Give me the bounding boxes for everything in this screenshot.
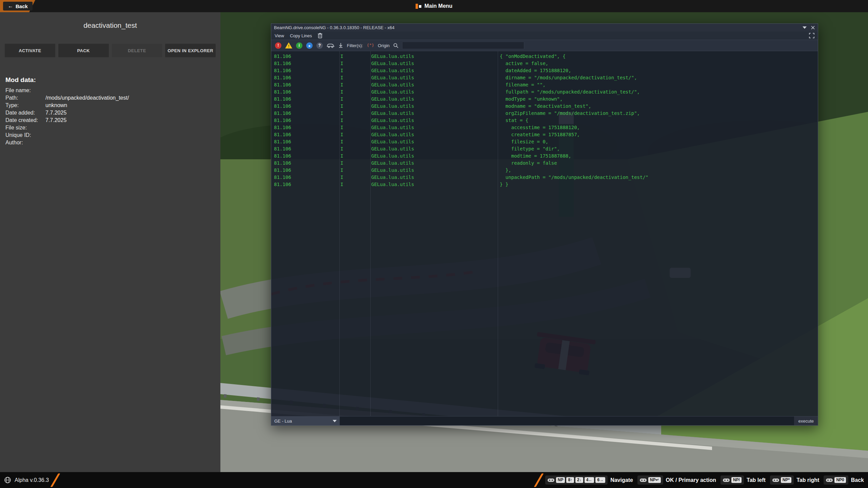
log-time: 81.106 bbox=[274, 139, 339, 144]
log-row: 81.106 I GELua.lua.utils { "onModDeactiv… bbox=[271, 53, 818, 60]
console-context-select[interactable]: GE - Lua bbox=[271, 416, 340, 425]
top-bar: ← Back Main Menu bbox=[0, 0, 868, 12]
hint: NP8↑2↓4←6→ Navigate bbox=[545, 475, 633, 485]
log-time: 81.106 bbox=[274, 118, 339, 123]
log-level: I bbox=[339, 61, 370, 66]
chevron-down-icon[interactable] bbox=[803, 26, 807, 29]
warning-filter-icon[interactable]: ! bbox=[285, 42, 292, 48]
log-row: 81.106 I GELua.lua.utils } } bbox=[271, 181, 818, 188]
log-level: I bbox=[339, 54, 370, 59]
log-level: I bbox=[339, 182, 370, 187]
hint-keys: NP8↑2↓4←6→ bbox=[545, 475, 608, 485]
log-time: 81.106 bbox=[274, 75, 339, 80]
log-message: active = false, bbox=[498, 61, 818, 66]
log-message: dirname = "/mods/unpacked/deactivation_t… bbox=[498, 75, 818, 80]
gamepad-icon bbox=[548, 478, 554, 482]
log-row: 81.106 I GELua.lua.utils modType = "unkn… bbox=[271, 95, 818, 102]
keycap: 2↓ bbox=[575, 477, 583, 483]
log-level: I bbox=[339, 103, 370, 109]
keycap: NP* bbox=[781, 477, 791, 483]
mod-action-activate[interactable]: ACTIVATE bbox=[5, 44, 55, 57]
log-origin: GELua.lua.utils bbox=[370, 82, 498, 87]
gamepad-icon bbox=[723, 478, 730, 482]
execute-button[interactable]: execute bbox=[794, 416, 818, 425]
help-filter-icon[interactable]: ? bbox=[316, 42, 323, 49]
arrow-down-to-line-icon[interactable] bbox=[338, 43, 343, 48]
mod-field-value bbox=[45, 87, 215, 94]
fullscreen-icon[interactable] bbox=[809, 33, 814, 38]
filter-mode-icon[interactable]: (") bbox=[367, 43, 374, 48]
log-origin: GELua.lua.utils bbox=[370, 132, 498, 137]
log-origin: GELua.lua.utils bbox=[370, 68, 498, 73]
mod-action-pack[interactable]: PACK bbox=[58, 44, 109, 57]
filter-input[interactable] bbox=[402, 42, 524, 49]
log-message: modname = "deactivation_test", bbox=[498, 103, 818, 109]
info-filter-icon[interactable]: i bbox=[296, 42, 302, 49]
log-time: 81.106 bbox=[274, 110, 339, 116]
log-row: 81.106 I GELua.lua.utils dateAdded = 175… bbox=[271, 67, 818, 74]
mod-field-label: Type: bbox=[5, 102, 45, 109]
mod-action-open-in-explorer[interactable]: OPEN IN EXPLORER bbox=[165, 44, 216, 57]
car-icon[interactable] bbox=[327, 43, 335, 48]
mod-field-row: Date created:7.7.2025 bbox=[5, 117, 215, 124]
status-bar: Alpha v.0.36.3 NP8↑2↓4←6→ Navigate NP↵ O… bbox=[0, 472, 868, 488]
log-level: I bbox=[339, 110, 370, 116]
gamepad-icon bbox=[772, 478, 779, 482]
beamng-logo-icon bbox=[416, 3, 421, 9]
trash-icon[interactable] bbox=[318, 33, 322, 38]
error-filter-icon[interactable]: ! bbox=[275, 42, 281, 49]
log-row: 81.106 I GELua.lua.utils fullpath = "/mo… bbox=[271, 88, 818, 95]
hint-label: Navigate bbox=[610, 477, 633, 483]
log-level: I bbox=[339, 146, 370, 151]
log-message: modtime = 1751887888, bbox=[498, 153, 818, 159]
mod-data-list: File name:Path:/mods/unpacked/deactivati… bbox=[5, 87, 215, 146]
debug-filter-icon[interactable]: * bbox=[306, 42, 313, 49]
search-icon[interactable] bbox=[393, 43, 398, 48]
log-message: readonly = false bbox=[498, 160, 818, 166]
menu-copy-lines[interactable]: Copy Lines bbox=[290, 33, 312, 38]
mod-field-value bbox=[45, 124, 215, 131]
log-time: 81.106 bbox=[274, 96, 339, 102]
mod-field-value bbox=[45, 131, 215, 139]
log-message: dateAdded = 1751888120, bbox=[498, 68, 818, 73]
log-message: }, bbox=[498, 167, 818, 173]
log-time: 81.106 bbox=[274, 61, 339, 66]
gamepad-icon bbox=[826, 478, 833, 482]
mod-panel: deactivation_test ACTIVATEPACKDELETEOPEN… bbox=[0, 12, 220, 472]
log-row: 81.106 I GELua.lua.utils filetype = "dir… bbox=[271, 145, 818, 152]
mod-field-label: File size: bbox=[5, 124, 45, 131]
log-message: filetype = "dir", bbox=[498, 146, 818, 151]
log-time: 81.106 bbox=[274, 82, 339, 87]
log-message: orgZipFilename = "/mods/deactivation_tes… bbox=[498, 110, 818, 116]
mod-field-row: Author: bbox=[5, 139, 215, 146]
log-level: I bbox=[339, 160, 370, 166]
console-title-bar[interactable]: BeamNG.drive.consoleNG - 0.36.3.0.18350 … bbox=[271, 24, 818, 32]
log-message: accesstime = 1751888120, bbox=[498, 125, 818, 130]
log-message: stat = { bbox=[498, 118, 818, 123]
log-origin: GELua.lua.utils bbox=[370, 110, 498, 116]
mod-field-value: unknown bbox=[45, 102, 215, 109]
log-viewport[interactable]: 81.106 I GELua.lua.utils { "onModDeactiv… bbox=[271, 51, 818, 416]
log-message: createtime = 1751887857, bbox=[498, 132, 818, 137]
log-row: 81.106 I GELua.lua.utils filesize = 0, bbox=[271, 138, 818, 145]
mod-field-value: 7.7.2025 bbox=[45, 117, 215, 124]
back-button[interactable]: ← Back bbox=[3, 2, 33, 11]
close-icon[interactable] bbox=[811, 25, 815, 30]
language-globe-icon[interactable] bbox=[4, 476, 11, 484]
mod-field-row: Date added:7.7.2025 bbox=[5, 109, 215, 117]
console-menu-bar: View Copy Lines bbox=[271, 32, 818, 40]
log-time: 81.106 bbox=[274, 146, 339, 151]
command-input[interactable] bbox=[340, 416, 794, 425]
keycap: NP↵ bbox=[648, 477, 661, 483]
mod-action-delete[interactable]: DELETE bbox=[112, 44, 162, 57]
keycap: NP bbox=[556, 477, 565, 483]
menu-view[interactable]: View bbox=[275, 33, 284, 38]
log-origin: GELua.lua.utils bbox=[370, 139, 498, 144]
keycap: NP0 bbox=[834, 477, 846, 483]
back-arrow-icon: ← bbox=[8, 3, 13, 9]
chevron-down-icon bbox=[333, 420, 337, 422]
origin-label: Origin bbox=[378, 43, 390, 48]
screen: ← Back Main Menu deactivation_test ACTIV… bbox=[0, 0, 868, 488]
console-footer: GE - Lua execute bbox=[271, 416, 818, 425]
mod-field-label: Date added: bbox=[5, 109, 45, 117]
